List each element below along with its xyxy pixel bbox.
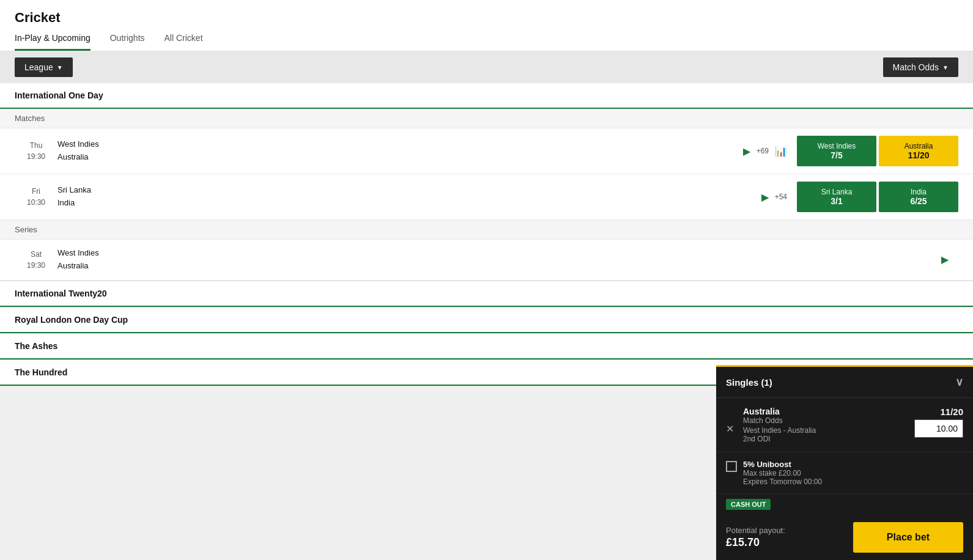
- more-markets-count[interactable]: +69: [757, 147, 769, 155]
- uniboost-checkbox[interactable]: [726, 461, 737, 472]
- payout-info: Potential payout: £15.70: [726, 526, 785, 549]
- bet-match: West Indies - Australia 2nd ODI: [743, 426, 816, 443]
- odds-buttons: West Indies 7/5 Australia 11/20: [797, 136, 958, 166]
- section-header-royal-london: Royal London One Day Cup: [0, 308, 973, 333]
- league-dropdown-button[interactable]: League ▼: [15, 57, 73, 77]
- betslip-bet-top: Australia Match Odds West Indies - Austr…: [726, 407, 963, 443]
- tab-outrights[interactable]: Outrights: [110, 33, 145, 51]
- league-section-royal-london: Royal London One Day Cup: [0, 308, 973, 334]
- betslip-bet-item: ✕ Australia Match Odds West Indies - Aus…: [716, 398, 973, 452]
- place-bet-button[interactable]: Place bet: [853, 522, 963, 553]
- odds-button-australia[interactable]: Australia 11/20: [879, 136, 958, 166]
- match-icons: ▶ +69 📊: [743, 146, 787, 157]
- payout-amount: £15.70: [726, 536, 785, 549]
- tab-allcricket[interactable]: All Cricket: [165, 33, 203, 51]
- match-icons: ▶: [941, 254, 949, 265]
- league-section-the-ashes: The Ashes: [0, 334, 973, 360]
- match-time: Fri 10:30: [15, 186, 57, 208]
- subsection-series: Series: [0, 220, 973, 240]
- chevron-down-icon: ▼: [57, 64, 63, 71]
- stream-icon: ▶: [743, 146, 750, 157]
- betslip-footer: Potential payout: £15.70 Place bet: [716, 515, 973, 560]
- bet-market: Match Odds: [743, 416, 816, 425]
- main-content: International One Day Matches Thu 19:30 …: [0, 83, 973, 386]
- betslip-header: Singles (1) ∨: [716, 367, 973, 398]
- match-odds-dropdown-button[interactable]: Match Odds ▼: [883, 57, 958, 77]
- uniboost-text: 5% Uniboost Max stake £20.00 Expires Tom…: [743, 460, 822, 486]
- league-section-twenty20: International Twenty20: [0, 281, 973, 308]
- betslip-bet-info: Australia Match Odds West Indies - Austr…: [743, 407, 816, 443]
- section-header-international-one-day: International One Day: [0, 83, 973, 109]
- odds-buttons: Sri Lanka 3/1 India 6/25: [797, 182, 958, 212]
- page-title: Cricket: [15, 10, 958, 26]
- table-row: Thu 19:30 West Indies Australia ▶ +69 📊 …: [0, 128, 973, 174]
- league-section-international-one-day: International One Day Matches Thu 19:30 …: [0, 83, 973, 281]
- table-row: Sat 19:30 West Indies Australia ▶: [0, 240, 973, 281]
- betslip-close-button[interactable]: ✕: [726, 423, 734, 435]
- match-time: Thu 19:30: [15, 140, 57, 162]
- betslip-title: Singles (1): [726, 377, 772, 388]
- chevron-down-icon: ▼: [942, 64, 949, 71]
- toolbar: League ▼ Match Odds ▼: [0, 51, 973, 83]
- tabs-bar: In-Play & Upcoming Outrights All Cricket: [15, 33, 958, 51]
- bet-stake-input[interactable]: [914, 419, 963, 438]
- stats-icon: 📊: [775, 146, 787, 157]
- betslip-uniboost: 5% Uniboost Max stake £20.00 Expires Tom…: [716, 452, 973, 494]
- tab-inplay[interactable]: In-Play & Upcoming: [15, 33, 91, 51]
- odds-button-india[interactable]: India 6/25: [879, 182, 958, 212]
- subsection-matches: Matches: [0, 109, 973, 128]
- match-time: Sat 19:30: [15, 249, 57, 271]
- betslip-panel: Singles (1) ∨ ✕ Australia Match Odds Wes…: [716, 365, 973, 560]
- table-row: Fri 10:30 Sri Lanka India ▶ +54 Sri Lank…: [0, 174, 973, 220]
- bet-odds: 11/20: [940, 407, 963, 417]
- section-header-the-ashes: The Ashes: [0, 334, 973, 359]
- stream-icon: ▶: [761, 191, 769, 203]
- match-teams: West Indies Australia: [57, 247, 941, 273]
- odds-button-sri-lanka[interactable]: Sri Lanka 3/1: [797, 182, 876, 212]
- bet-selection: Australia: [743, 407, 816, 416]
- stream-icon: ▶: [941, 254, 949, 265]
- cash-out-badge: CASH OUT: [716, 494, 973, 515]
- match-icons: ▶ +54: [761, 191, 787, 203]
- more-markets-count[interactable]: +54: [775, 193, 787, 201]
- section-header-twenty20: International Twenty20: [0, 281, 973, 307]
- match-teams: Sri Lanka India: [57, 184, 761, 210]
- match-teams: West Indies Australia: [57, 138, 743, 164]
- betslip-collapse-button[interactable]: ∨: [955, 375, 963, 389]
- page-header: Cricket In-Play & Upcoming Outrights All…: [0, 0, 973, 51]
- odds-button-west-indies[interactable]: West Indies 7/5: [797, 136, 876, 166]
